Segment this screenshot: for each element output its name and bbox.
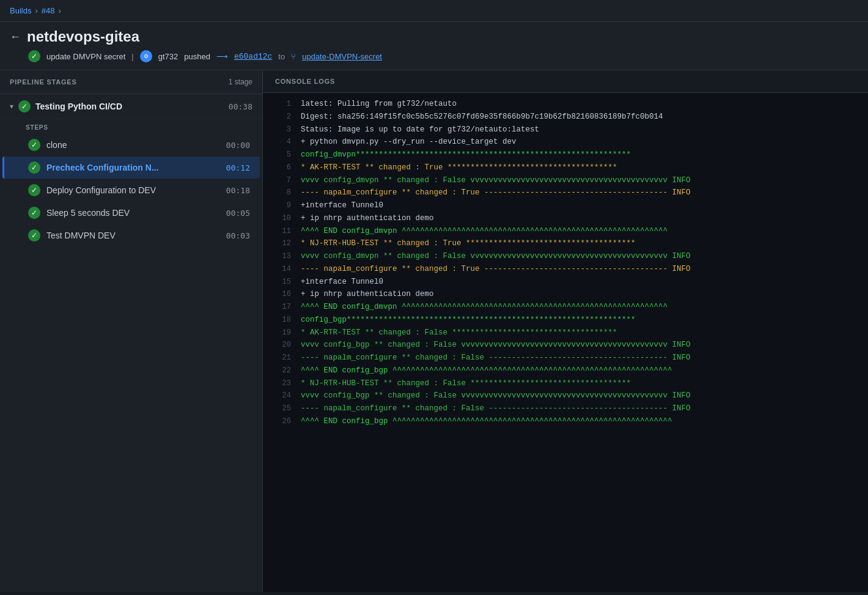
repo-title: netdevops-gitea: [27, 28, 139, 45]
line-number: 17: [273, 301, 291, 312]
log-text: + python dmvpn.py --dry_run --device_tar…: [301, 136, 858, 148]
log-line: 5config_dmvpn***************************…: [263, 149, 868, 161]
step-item[interactable]: ✓Precheck Configuration N...00:12: [2, 157, 260, 179]
username: gt732: [158, 52, 178, 61]
step-time: 00:00: [226, 141, 250, 150]
line-number: 23: [273, 378, 291, 389]
pipeline-header: PIPELINE STAGES 1 stage: [0, 70, 262, 94]
branch-link[interactable]: update-DMVPN-secret: [302, 52, 382, 61]
stage-status-icon: ✓: [18, 100, 31, 113]
log-line: 14---- napalm_configure ** changed : Tru…: [263, 263, 868, 276]
log-line: 19* AK-RTR-TEST ** changed : False *****…: [263, 327, 868, 339]
step-name: Deploy Configuration to DEV: [46, 185, 220, 195]
log-text: vvvv config_bgp ** changed : False vvvvv…: [301, 339, 858, 351]
step-time: 00:03: [226, 231, 250, 240]
log-text: ---- napalm_configure ** changed : True …: [301, 187, 858, 199]
line-number: 25: [273, 403, 291, 414]
log-text: vvvv config_dmvpn ** changed : False vvv…: [301, 251, 858, 262]
line-number: 15: [273, 276, 291, 287]
stage-row[interactable]: ▾ ✓ Testing Python CI/CD 00:38: [0, 94, 262, 119]
log-text: config_dmvpn****************************…: [301, 149, 858, 161]
step-name: Sleep 5 seconds DEV: [46, 208, 220, 218]
step-status-icon: ✓: [28, 229, 40, 242]
log-text: * AK-RTR-TEST ** changed : True ********…: [301, 162, 858, 174]
commit-arrow-icon: ⟶: [216, 52, 228, 61]
log-line: 24vvvv config_bgp ** changed : False vvv…: [263, 390, 868, 402]
line-number: 24: [273, 390, 291, 401]
line-number: 7: [273, 175, 291, 186]
header: ← netdevops-gitea ✓ update DMVPN secret …: [0, 22, 868, 70]
step-time: 00:18: [226, 186, 250, 195]
log-text: ^^^^ END config_bgp ^^^^^^^^^^^^^^^^^^^^…: [301, 365, 858, 377]
log-text: ---- napalm_configure ** changed : False…: [301, 352, 858, 364]
stage-name: Testing Python CI/CD: [35, 102, 224, 111]
stage-time: 00:38: [229, 102, 252, 111]
line-number: 20: [273, 339, 291, 350]
log-text: config_bgp******************************…: [301, 314, 858, 326]
line-number: 19: [273, 327, 291, 338]
line-number: 8: [273, 187, 291, 198]
log-line: 6* AK-RTR-TEST ** changed : True *******…: [263, 161, 868, 174]
line-number: 18: [273, 314, 291, 325]
step-name: clone: [46, 140, 220, 150]
step-status-icon: ✓: [28, 184, 40, 196]
log-text: ^^^^ END config_bgp ^^^^^^^^^^^^^^^^^^^^…: [301, 416, 858, 427]
log-line: 9+interface Tunnel0: [263, 199, 868, 212]
log-text: * AK-RTR-TEST ** changed : False *******…: [301, 327, 858, 339]
line-number: 6: [273, 162, 291, 173]
log-line: 4+ python dmvpn.py --dry_run --device_ta…: [263, 136, 868, 149]
log-line: 23* NJ-RTR-HUB-TEST ** changed : False *…: [263, 377, 868, 390]
log-text: Status: Image is up to date for gt732/ne…: [301, 124, 858, 136]
step-item[interactable]: ✓Deploy Configuration to DEV00:18: [2, 179, 260, 201]
line-number: 13: [273, 251, 291, 262]
log-text: +interface Tunnel0: [301, 276, 858, 288]
log-line: 2Digest: sha256:149f15fc0c5b5c5276c07fd6…: [263, 111, 868, 124]
step-status-icon: ✓: [28, 139, 40, 151]
main-layout: PIPELINE STAGES 1 stage ▾ ✓ Testing Pyth…: [0, 70, 868, 592]
log-line: 7vvvv config_dmvpn ** changed : False vv…: [263, 174, 868, 187]
pushed-label: pushed: [184, 52, 210, 61]
builds-link[interactable]: Builds: [10, 6, 31, 15]
stage-count: 1 stage: [229, 78, 252, 86]
step-name: Precheck Configuration N...: [46, 163, 220, 172]
line-number: 22: [273, 365, 291, 376]
line-number: 12: [273, 238, 291, 249]
to-label: to: [278, 52, 285, 61]
log-text: + ip nhrp authentication demo: [301, 213, 858, 224]
log-line: 20vvvv config_bgp ** changed : False vvv…: [263, 339, 868, 352]
log-text: * NJ-RTR-HUB-TEST ** changed : True ****…: [301, 238, 858, 249]
step-name: Test DMVPN DEV: [46, 231, 220, 240]
line-number: 11: [273, 226, 291, 237]
log-text: ^^^^ END config_dmvpn ^^^^^^^^^^^^^^^^^^…: [301, 301, 858, 313]
line-number: 21: [273, 352, 291, 363]
step-item[interactable]: ✓Test DMVPN DEV00:03: [2, 224, 260, 246]
line-number: 5: [273, 149, 291, 160]
log-line: 16+ ip nhrp authentication demo: [263, 288, 868, 301]
console-body[interactable]: 1latest: Pulling from gt732/netauto2Dige…: [263, 93, 868, 592]
log-text: ---- napalm_configure ** changed : False…: [301, 403, 858, 415]
steps-label: STEPS: [0, 119, 262, 133]
step-time: 00:05: [226, 209, 250, 218]
log-line: 8---- napalm_configure ** changed : True…: [263, 187, 868, 199]
left-panel: PIPELINE STAGES 1 stage ▾ ✓ Testing Pyth…: [0, 70, 263, 592]
build-number-link[interactable]: #48: [42, 6, 55, 15]
step-time: 00:12: [226, 163, 250, 172]
divider1: |: [131, 52, 133, 61]
line-number: 1: [273, 98, 291, 109]
step-item[interactable]: ✓Sleep 5 seconds DEV00:05: [2, 202, 260, 224]
status-check-icon: ✓: [28, 50, 40, 62]
log-text: ^^^^ END config_dmvpn ^^^^^^^^^^^^^^^^^^…: [301, 226, 858, 237]
log-text: vvvv config_dmvpn ** changed : False vvv…: [301, 175, 858, 187]
log-text: * NJ-RTR-HUB-TEST ** changed : False ***…: [301, 378, 858, 390]
commit-hash-link[interactable]: e60ad12c: [234, 52, 272, 61]
log-line: 12* NJ-RTR-HUB-TEST ** changed : True **…: [263, 237, 868, 250]
log-text: +interface Tunnel0: [301, 200, 858, 212]
log-line: 15+interface Tunnel0: [263, 276, 868, 289]
line-number: 3: [273, 124, 291, 135]
commit-message: update DMVPN secret: [46, 52, 125, 61]
back-button[interactable]: ←: [10, 31, 21, 43]
chevron-down-icon[interactable]: ▾: [10, 102, 13, 111]
avatar: ⚙: [140, 50, 152, 62]
log-line: 21---- napalm_configure ** changed : Fal…: [263, 352, 868, 364]
step-item[interactable]: ✓clone00:00: [2, 134, 260, 156]
